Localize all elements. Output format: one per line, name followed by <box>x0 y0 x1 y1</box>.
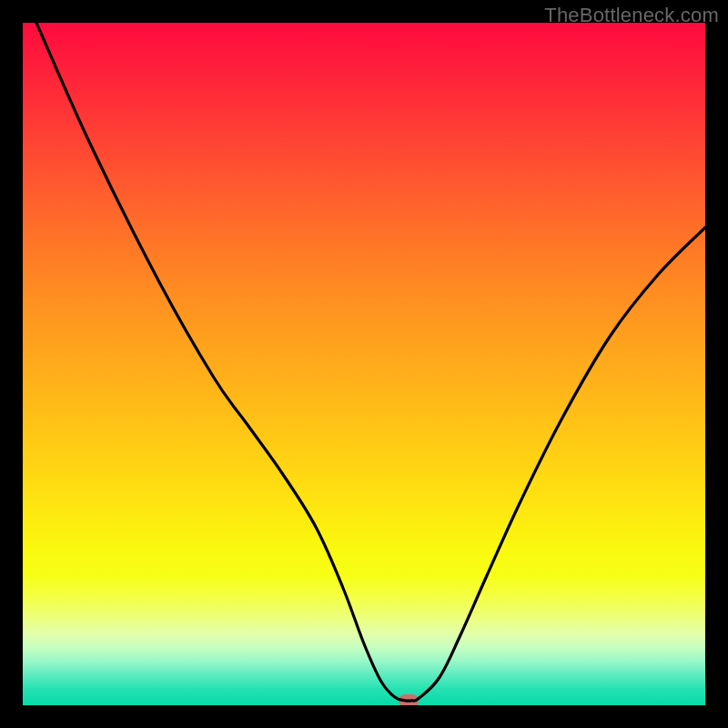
watermark-text: TheBottleneck.com <box>544 4 719 27</box>
bottleneck-curve <box>23 23 705 705</box>
curve-path <box>36 23 705 701</box>
plot-area <box>23 23 705 705</box>
chart-frame: TheBottleneck.com <box>0 0 728 728</box>
